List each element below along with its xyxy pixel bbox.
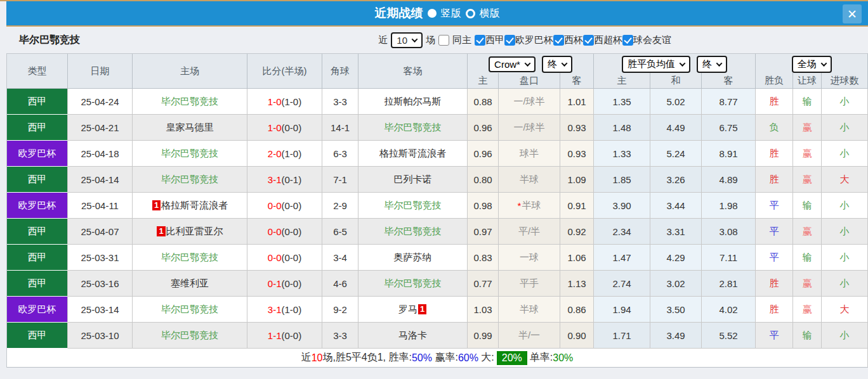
team-name-text: 皇家马德里 <box>166 122 214 134</box>
team-name-text: 比利亚雷亚尔 <box>166 226 223 238</box>
handicap-text: 平手 <box>520 278 539 290</box>
cell-avg-home: 1.47 <box>594 245 650 271</box>
subcol-avg-draw: 和 <box>650 73 702 89</box>
cell-odds-away: 1.09 <box>560 167 594 193</box>
cell-odds-away: 0.93 <box>560 141 594 167</box>
cell-handicap-result: 输 <box>793 193 822 219</box>
filter-bar: 毕尔巴鄂竞技 近 10 场 同主 西甲欧罗巴杯西杯西超杯球会友谊 <box>6 27 868 53</box>
cell-date: 25-04-24 <box>68 89 133 115</box>
cell-home-team: 皇家马德里 <box>133 115 247 141</box>
cell-home-team: 毕尔巴鄂竞技 <box>133 89 247 115</box>
cell-avg-away: 6.75 <box>702 115 756 141</box>
table-row: 西甲25-04-21皇家马德里1-0(0-0)14-1毕尔巴鄂竞技0.96一/球… <box>7 115 868 141</box>
cell-home-team: 毕尔巴鄂竞技 <box>133 245 247 271</box>
cell-odds-home: 0.96 <box>468 115 499 141</box>
cell-handicap-result: 输 <box>793 323 822 349</box>
radio-vertical-label[interactable]: 竖版 <box>441 7 461 20</box>
col-header-score: 比分(半场) <box>247 54 322 89</box>
cell-avg-away: 4.02 <box>702 297 756 323</box>
team-name-text: 拉斯帕尔马斯 <box>385 96 442 108</box>
halftime-score: (1-0) <box>282 96 302 107</box>
cell-corners: 3-3 <box>322 89 358 115</box>
team-name-text: 罗马 <box>398 304 418 316</box>
footer-stat: 50% <box>412 352 432 364</box>
odds-type-select[interactable]: 胜平负均值 <box>622 56 690 73</box>
cell-result: 平 <box>756 219 793 245</box>
cell-away-team: 毕尔巴鄂竞技 <box>358 193 468 219</box>
radio-horizontal-label[interactable]: 横版 <box>480 7 500 20</box>
odds-avg-group-header: 胜平负均值 终 <box>594 54 756 73</box>
cell-handicap: 半/一 <box>499 323 560 349</box>
league-checkbox[interactable] <box>583 35 594 46</box>
cell-avg-away: 2.81 <box>702 271 756 297</box>
period-select[interactable]: 全场 <box>792 56 832 73</box>
close-button[interactable]: ✕ <box>843 4 862 23</box>
same-home-checkbox[interactable] <box>438 35 449 46</box>
table-row: 西甲25-04-071比利亚雷亚尔0-0(0-0)6-5毕尔巴鄂竞技0.97平/… <box>7 219 868 245</box>
league-checkbox[interactable] <box>504 35 515 46</box>
radio-vertical-selected[interactable] <box>428 9 437 18</box>
cell-odds-home: 0.98 <box>468 193 499 219</box>
cell-handicap-result: 输 <box>793 89 822 115</box>
radio-horizontal[interactable] <box>466 9 475 18</box>
cell-score: 2-0(1-0) <box>247 141 322 167</box>
cell-avg-home: 1.94 <box>594 297 650 323</box>
cell-result: 胜 <box>756 271 793 297</box>
subcol-handicap-result: 让球 <box>793 73 822 89</box>
summary-footer: 近10场,胜5平4负1, 胜率:50% 赢率:60% 大:20%单率:30% <box>7 349 868 368</box>
team-name-text: 毕尔巴鄂竞技 <box>161 96 218 108</box>
col-header-home: 主场 <box>133 54 247 89</box>
footer-stat: 赢率: <box>432 351 458 364</box>
cell-avg-draw: 3.44 <box>650 193 702 219</box>
match-count-select[interactable]: 10 <box>391 32 423 48</box>
col-header-corner: 角球 <box>322 54 358 89</box>
footer-stat: 场,胜5平4负1, 胜率: <box>322 351 411 364</box>
team-name: 毕尔巴鄂竞技 <box>6 34 80 47</box>
cell-date: 25-03-14 <box>68 297 133 323</box>
handicap-text: 半球 <box>520 174 539 186</box>
cell-score: 0-0(0-0) <box>247 219 322 245</box>
team-name-text: 毕尔巴鄂竞技 <box>161 148 218 160</box>
cell-away-team: 拉斯帕尔马斯 <box>358 89 468 115</box>
table-body: 西甲25-04-24毕尔巴鄂竞技1-0(1-0)3-3拉斯帕尔马斯0.88一/球… <box>7 89 868 349</box>
cell-away-team: 奥萨苏纳 <box>358 245 468 271</box>
fulltime-score: 0-0 <box>268 252 282 263</box>
odds-time-select[interactable]: 终 <box>697 56 727 73</box>
league-checkbox[interactable] <box>553 35 564 46</box>
team-name-text: 毕尔巴鄂竞技 <box>385 226 442 238</box>
handicap-text: 一球 <box>520 252 539 264</box>
bookmaker-select[interactable]: Crow* <box>489 56 536 72</box>
handicap-text: 半球 <box>522 200 541 212</box>
table-row: 欧罗巴杯25-04-18毕尔巴鄂竞技2-0(1-0)6-3格拉斯哥流浪者0.96… <box>7 141 868 167</box>
odds-type-select-value: 胜平负均值 <box>628 58 675 70</box>
cell-league: 西甲 <box>7 323 68 349</box>
table-row: 欧罗巴杯25-04-111格拉斯哥流浪者0-0(0-0)2-9毕尔巴鄂竞技0.9… <box>7 193 868 219</box>
cell-goals-result: 小 <box>822 245 868 271</box>
team-name-text: 塞维利亚 <box>171 278 209 290</box>
league-checkbox[interactable] <box>622 35 633 46</box>
handicap-text: 平/半 <box>518 226 540 238</box>
col-header-away: 客场 <box>358 54 468 89</box>
cell-score: 3-1(0-1) <box>247 167 322 193</box>
cell-avg-draw: 5.02 <box>650 89 702 115</box>
cell-date: 25-04-07 <box>68 219 133 245</box>
league-checkbox[interactable] <box>475 35 485 46</box>
cell-odds-away: 0.86 <box>560 297 594 323</box>
subcol-avg-home: 主 <box>594 73 650 89</box>
handicap-time-select[interactable]: 终 <box>542 56 572 73</box>
cell-result: 胜 <box>756 167 793 193</box>
handicap-time-select-value: 终 <box>548 58 557 70</box>
team-name-text: 巴列卡诺 <box>394 174 432 186</box>
cell-goals-result: 小 <box>822 115 868 141</box>
filter-controls: 近 10 场 同主 西甲欧罗巴杯西杯西超杯球会友谊 <box>378 32 671 48</box>
results-table: 类型 日期 主场 比分(半场) 角球 客场 Crow* 终 胜平负均值 终 <box>6 53 868 368</box>
league-checkbox-label: 西超杯 <box>594 34 622 46</box>
subcol-result: 胜负 <box>756 73 793 89</box>
team-name-text: 格拉斯哥流浪者 <box>379 148 446 160</box>
cell-away-team: 毕尔巴鄂竞技 <box>358 271 468 297</box>
halftime-score: (0-0) <box>282 200 302 211</box>
fulltime-score: 1-1 <box>268 330 282 341</box>
league-checkbox-label: 欧罗巴杯 <box>515 34 553 46</box>
cell-goals-result: 小 <box>822 193 868 219</box>
cell-goals-result: 小 <box>822 271 868 297</box>
